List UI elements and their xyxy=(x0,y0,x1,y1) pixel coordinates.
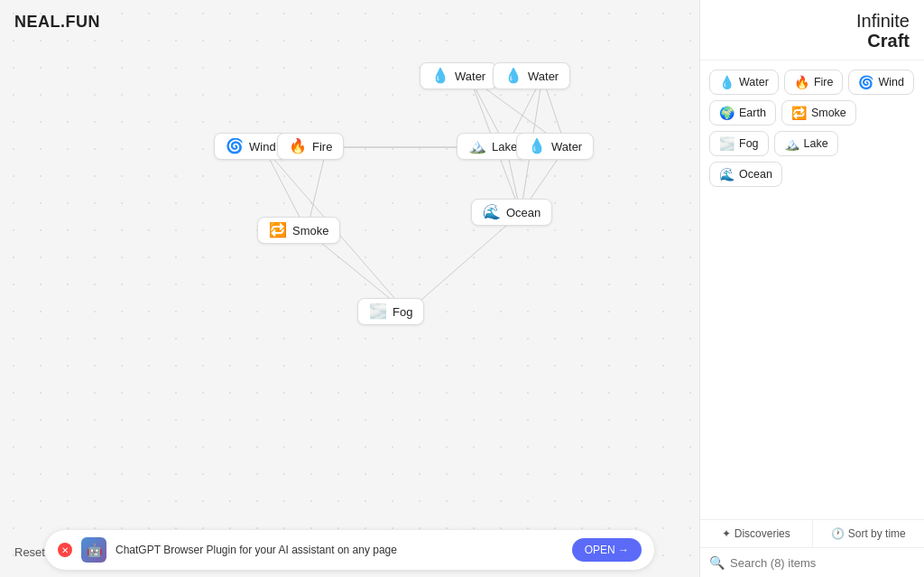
sidebar-water-label: Water xyxy=(739,76,769,88)
lake-icon: 🏔️ xyxy=(468,139,486,154)
ad-banner: ✕ 🤖 ChatGPT Browser Plugin for your AI a… xyxy=(45,530,654,570)
canvas-element-water2[interactable]: 💧Water xyxy=(493,62,570,89)
wind-icon: 🌀 xyxy=(226,139,244,154)
sidebar-item-fire[interactable]: 🔥Fire xyxy=(784,70,844,95)
canvas-area[interactable]: NEAL.FUN Reset 🗑️ 🌙 🌱 🔊 ✕ 🤖 ChatGPT Brow… xyxy=(0,0,699,577)
connections-svg xyxy=(0,0,699,577)
canvas-element-fire[interactable]: 🔥Fire xyxy=(277,133,344,160)
tab-sort-label: Sort by time xyxy=(848,527,906,540)
water1-icon: 💧 xyxy=(431,69,449,83)
canvas-element-smoke[interactable]: 🔁Smoke xyxy=(257,217,340,244)
sidebar-wind-icon: 🌀 xyxy=(858,75,873,89)
tab-sort-icon: 🕐 xyxy=(831,527,845,540)
sidebar-tabs: ✦Discoveries🕐Sort by time xyxy=(700,520,924,548)
svg-line-16 xyxy=(407,213,521,312)
tab-discoveries[interactable]: ✦Discoveries xyxy=(700,520,813,547)
sidebar-fog-icon: 🌫️ xyxy=(719,136,735,151)
sidebar-earth-icon: 🌍 xyxy=(719,106,735,120)
ad-close-x[interactable]: ✕ xyxy=(58,543,72,557)
sidebar-lake-icon: 🏔️ xyxy=(784,136,799,151)
sidebar-lake-label: Lake xyxy=(804,137,828,150)
sidebar-item-earth[interactable]: 🌍Earth xyxy=(709,100,776,126)
water3-icon: 💧 xyxy=(528,139,546,154)
ocean-icon: 🌊 xyxy=(483,205,501,219)
ad-open-button[interactable]: OPEN → xyxy=(572,538,642,562)
canvas-element-water3[interactable]: 💧Water xyxy=(516,133,594,160)
reset-button[interactable]: Reset xyxy=(14,545,45,559)
sidebar-item-water[interactable]: 💧Water xyxy=(709,70,779,95)
sidebar-bottom: ✦Discoveries🕐Sort by time 🔍 xyxy=(700,519,924,577)
search-input[interactable] xyxy=(730,556,915,570)
sidebar-fire-icon: 🔥 xyxy=(794,75,809,89)
sidebar-ocean-label: Ocean xyxy=(739,168,772,181)
sidebar-wind-label: Wind xyxy=(878,76,903,88)
sidebar-smoke-icon: 🔁 xyxy=(791,106,807,120)
canvas-element-ocean[interactable]: 🌊Ocean xyxy=(471,199,552,226)
wind-label: Wind xyxy=(249,140,276,154)
ad-text: ChatGPT Browser Plugin for your AI assis… xyxy=(116,544,563,556)
water2-icon: 💧 xyxy=(504,69,522,83)
sidebar-item-ocean[interactable]: 🌊Ocean xyxy=(709,162,782,187)
title-craft: Craft xyxy=(856,31,910,51)
sidebar-smoke-label: Smoke xyxy=(811,107,846,119)
fog-icon: 🌫️ xyxy=(369,304,387,319)
sidebar-fog-label: Fog xyxy=(739,137,759,150)
tab-sort[interactable]: 🕐Sort by time xyxy=(813,520,925,547)
tab-discoveries-label: Discoveries xyxy=(735,527,790,540)
search-bar: 🔍 xyxy=(700,548,924,577)
water1-label: Water xyxy=(455,70,485,83)
sidebar-water-icon: 💧 xyxy=(719,75,735,89)
sidebar-item-lake[interactable]: 🏔️Lake xyxy=(774,131,838,156)
search-icon: 🔍 xyxy=(709,555,725,570)
sidebar-header: Infinite Craft xyxy=(700,0,924,60)
sidebar-item-wind[interactable]: 🌀Wind xyxy=(848,70,913,95)
smoke-icon: 🔁 xyxy=(269,223,287,237)
title-infinite: Infinite xyxy=(856,11,910,31)
sidebar-ocean-icon: 🌊 xyxy=(719,167,735,181)
sidebar-items-grid: 💧Water🔥Fire🌀Wind🌍Earth🔁Smoke🌫️Fog🏔️Lake🌊… xyxy=(700,60,924,519)
tab-discoveries-icon: ✦ xyxy=(722,527,731,540)
fire-icon: 🔥 xyxy=(289,139,307,154)
sidebar-earth-label: Earth xyxy=(739,107,766,119)
logo: NEAL.FUN xyxy=(14,13,100,32)
app-title: Infinite Craft xyxy=(856,11,910,51)
sidebar-fire-label: Fire xyxy=(814,76,834,88)
ocean-label: Ocean xyxy=(506,206,541,219)
sidebar-item-fog[interactable]: 🌫️Fog xyxy=(709,131,769,156)
canvas-element-fog[interactable]: 🌫️Fog xyxy=(357,298,424,325)
water3-label: Water xyxy=(551,140,582,154)
ad-icon: 🤖 xyxy=(81,537,106,563)
smoke-label: Smoke xyxy=(292,224,328,237)
sidebar: Infinite Craft 💧Water🔥Fire🌀Wind🌍Earth🔁Sm… xyxy=(699,0,924,577)
canvas-element-water1[interactable]: 💧Water xyxy=(420,62,497,89)
water2-label: Water xyxy=(528,70,559,83)
sidebar-item-smoke[interactable]: 🔁Smoke xyxy=(781,100,856,126)
fog-label: Fog xyxy=(393,305,412,319)
fire-label: Fire xyxy=(312,140,332,154)
lake-label: Lake xyxy=(492,140,517,154)
